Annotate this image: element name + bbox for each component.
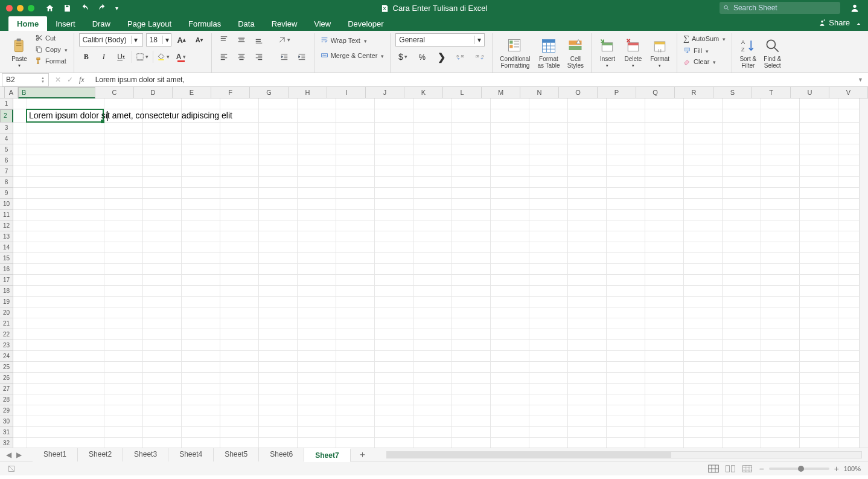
row-header-22[interactable]: 22 (0, 329, 13, 340)
column-header-O[interactable]: O (559, 87, 598, 98)
row-header-15[interactable]: 15 (0, 253, 13, 264)
name-box[interactable]: B2 ▲▼ (2, 73, 49, 86)
minimize-window-icon[interactable] (17, 5, 24, 11)
fill-button[interactable]: Fill (682, 46, 727, 55)
find-select-button[interactable]: Find & Select (761, 33, 783, 72)
row-header-31[interactable]: 31 (0, 427, 13, 438)
cancel-edit-icon[interactable]: ✕ (55, 76, 61, 84)
insert-cells-button[interactable]: Insert▾ (596, 33, 618, 72)
column-header-F[interactable]: F (211, 87, 250, 98)
row-header-18[interactable]: 18 (0, 286, 13, 297)
column-header-K[interactable]: K (404, 87, 443, 98)
zoom-in-icon[interactable]: + (834, 464, 839, 474)
column-header-V[interactable]: V (829, 87, 868, 98)
align-center-icon[interactable] (234, 50, 249, 63)
row-header-21[interactable]: 21 (0, 318, 13, 329)
sheet-tab-sheet3[interactable]: Sheet3 (123, 448, 168, 461)
accounting-format-icon[interactable]: $ (395, 50, 410, 63)
row-header-32[interactable]: 32 (0, 438, 13, 448)
column-header-T[interactable]: T (752, 87, 791, 98)
collapse-ribbon-icon[interactable] (855, 21, 862, 27)
undo-icon[interactable] (80, 4, 89, 13)
ribbon-tab-draw[interactable]: Draw (84, 16, 119, 31)
number-format-select[interactable]: General▾ (395, 33, 485, 47)
percent-format-icon[interactable]: % (415, 50, 429, 63)
font-color-button[interactable]: A (174, 50, 188, 63)
row-header-13[interactable]: 13 (0, 231, 13, 242)
align-middle-icon[interactable] (234, 33, 249, 47)
row-header-12[interactable]: 12 (0, 220, 13, 231)
prev-sheet-icon[interactable]: ◀ (6, 451, 11, 459)
search-sheet-box[interactable] (720, 2, 840, 14)
confirm-edit-icon[interactable]: ✓ (67, 76, 73, 84)
next-sheet-icon[interactable]: ▶ (16, 451, 22, 459)
column-header-S[interactable]: S (713, 87, 752, 98)
close-window-icon[interactable] (6, 5, 13, 11)
ribbon-tab-formulas[interactable]: Formulas (180, 16, 229, 31)
formula-input[interactable]: Lorem ipsum dolor sit amet, (91, 76, 858, 84)
sheet-tab-sheet7[interactable]: Sheet7 (304, 448, 350, 462)
expand-formula-bar-icon[interactable]: ▼ (858, 77, 863, 83)
column-header-D[interactable]: D (134, 87, 173, 98)
column-header-H[interactable]: H (289, 87, 327, 98)
decrease-font-icon[interactable]: A▾ (192, 33, 206, 47)
row-header-30[interactable]: 30 (0, 416, 13, 427)
column-header-J[interactable]: J (366, 87, 404, 98)
format-painter-button[interactable]: Format (34, 56, 69, 65)
format-cells-button[interactable]: Format▾ (648, 33, 672, 72)
sheet-tab-sheet4[interactable]: Sheet4 (168, 448, 214, 461)
decrease-indent-icon[interactable] (277, 50, 292, 63)
paste-button[interactable]: Paste ▾ (8, 33, 30, 72)
comma-format-icon[interactable]: ❯ (434, 50, 448, 63)
font-size-select[interactable]: 18▾ (146, 33, 171, 47)
row-header-1[interactable]: 1 (0, 98, 13, 109)
save-icon[interactable] (63, 4, 72, 13)
row-header-16[interactable]: 16 (0, 264, 13, 275)
row-header-10[interactable]: 10 (0, 199, 13, 210)
align-bottom-icon[interactable] (252, 33, 266, 47)
normal-view-icon[interactable] (708, 465, 719, 473)
align-left-icon[interactable] (217, 50, 231, 63)
share-button[interactable]: Share (818, 18, 850, 27)
row-header-23[interactable]: 23 (0, 340, 13, 351)
ribbon-tab-view[interactable]: View (305, 16, 339, 31)
row-header-19[interactable]: 19 (0, 297, 13, 307)
fill-color-button[interactable] (156, 50, 171, 63)
ribbon-tab-insert[interactable]: Insert (47, 16, 84, 31)
fx-icon[interactable]: fx (79, 76, 85, 85)
font-name-select[interactable]: Calibri (Body)▾ (79, 33, 143, 47)
decrease-decimal-icon[interactable]: .00.0 (473, 50, 487, 63)
page-layout-view-icon[interactable] (725, 465, 736, 473)
row-header-7[interactable]: 7 (0, 166, 13, 177)
column-header-I[interactable]: I (327, 87, 366, 98)
increase-font-icon[interactable]: A▴ (174, 33, 189, 47)
merge-center-button[interactable]: Merge & Center (319, 51, 386, 60)
row-header-8[interactable]: 8 (0, 177, 13, 188)
orientation-button[interactable] (277, 33, 292, 47)
sheet-tab-sheet5[interactable]: Sheet5 (214, 448, 259, 461)
page-break-view-icon[interactable] (742, 465, 753, 473)
wrap-text-button[interactable]: Wrap Text (319, 36, 386, 45)
ribbon-tab-page-layout[interactable]: Page Layout (119, 16, 180, 31)
copy-button[interactable]: Copy (34, 45, 69, 54)
home-icon[interactable] (45, 4, 54, 13)
row-header-5[interactable]: 5 (0, 144, 13, 155)
row-header-25[interactable]: 25 (0, 362, 13, 373)
zoom-out-icon[interactable]: − (759, 464, 764, 474)
row-header-17[interactable]: 17 (0, 275, 13, 286)
bold-button[interactable]: B (79, 50, 94, 63)
conditional-formatting-button[interactable]: Conditional Formatting (497, 33, 532, 72)
sheet-tab-sheet2[interactable]: Sheet2 (78, 448, 123, 461)
row-header-26[interactable]: 26 (0, 373, 13, 384)
column-header-L[interactable]: L (443, 87, 482, 98)
row-header-9[interactable]: 9 (0, 188, 13, 199)
zoom-level[interactable]: 100% (844, 465, 861, 472)
format-as-table-button[interactable]: Format as Table (535, 33, 562, 72)
row-header-11[interactable]: 11 (0, 210, 13, 220)
column-header-M[interactable]: M (482, 87, 520, 98)
cell-styles-button[interactable]: Cell Styles (564, 33, 586, 72)
row-header-2[interactable]: 2 (0, 109, 13, 123)
column-header-C[interactable]: C (95, 87, 134, 98)
maximize-window-icon[interactable] (28, 5, 34, 11)
zoom-slider[interactable] (769, 468, 829, 470)
